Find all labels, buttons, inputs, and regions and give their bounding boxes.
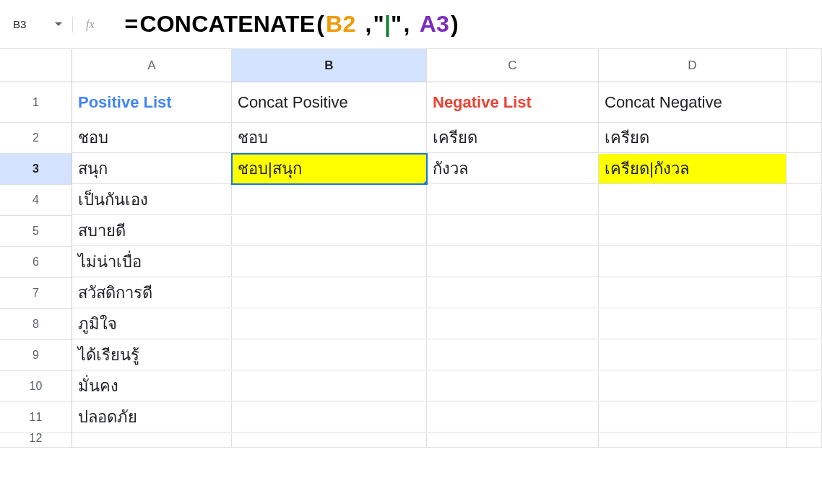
cell-a11[interactable]: ปลอดภัย — [72, 402, 232, 433]
chevron-down-icon[interactable] — [55, 22, 62, 26]
cell-c4[interactable] — [427, 185, 599, 215]
cell-d12[interactable] — [599, 433, 787, 448]
cell-c12[interactable] — [427, 433, 599, 448]
row-header[interactable]: 9 — [0, 340, 72, 371]
row-header[interactable]: 2 — [0, 123, 72, 154]
cell-a8[interactable]: ภูมิใจ — [72, 309, 232, 339]
cell-a12[interactable] — [72, 433, 232, 448]
cell-c1[interactable]: Negative List — [427, 82, 599, 123]
cell-c11[interactable] — [427, 402, 599, 433]
cell-a4[interactable]: เป็นกันเอง — [72, 185, 232, 215]
cell-e10[interactable] — [787, 371, 822, 401]
col-header-d[interactable]: D — [599, 49, 787, 82]
cell-c10[interactable] — [427, 371, 599, 401]
row-header[interactable]: 6 — [0, 247, 72, 278]
name-box-value: B3 — [13, 18, 26, 30]
cell-d4[interactable] — [599, 185, 787, 215]
cell-b3[interactable]: ชอบ|สนุก — [232, 154, 427, 184]
cell-b10[interactable] — [232, 371, 427, 401]
cell-d1[interactable]: Concat Negative — [599, 82, 787, 123]
cell-e11[interactable] — [787, 402, 822, 433]
cell-d8[interactable] — [599, 309, 787, 339]
cell-c5[interactable] — [427, 216, 599, 246]
col-header-b[interactable]: B — [232, 49, 427, 82]
cell-a3[interactable]: สนุก — [72, 154, 232, 184]
col-header-a[interactable]: A — [72, 49, 232, 82]
fx-icon[interactable]: fx — [79, 18, 98, 31]
cell-b9[interactable] — [232, 340, 427, 370]
cell-b1[interactable]: Concat Positive — [232, 82, 427, 123]
cell-b6[interactable] — [232, 247, 427, 277]
cell-a5[interactable]: สบายดี — [72, 216, 232, 246]
cell-c6[interactable] — [427, 247, 599, 277]
cell-e9[interactable] — [787, 340, 822, 370]
row-header[interactable]: 7 — [0, 278, 72, 309]
cell-e1[interactable] — [787, 82, 822, 123]
cell-e3[interactable] — [787, 154, 822, 184]
cell-d11[interactable] — [599, 402, 787, 433]
cell-d5[interactable] — [599, 216, 787, 246]
cell-e4[interactable] — [787, 185, 822, 215]
cell-e2[interactable] — [787, 123, 822, 153]
row-header[interactable]: 8 — [0, 309, 72, 340]
cell-e6[interactable] — [787, 247, 822, 277]
cell-b4[interactable] — [232, 185, 427, 215]
cell-d9[interactable] — [599, 340, 787, 370]
cell-a9[interactable]: ได้เรียนรู้ — [72, 340, 232, 370]
cell-b8[interactable] — [232, 309, 427, 339]
cell-b2[interactable]: ชอบ — [232, 123, 427, 153]
cell-d6[interactable] — [599, 247, 787, 277]
cell-d2[interactable]: เครียด — [599, 123, 787, 153]
row-header[interactable]: 1 — [0, 82, 72, 123]
cell-d3[interactable]: เครียด|กังวล — [599, 154, 787, 184]
cell-e7[interactable] — [787, 278, 822, 308]
row-header[interactable]: 11 — [0, 402, 72, 433]
cell-e12[interactable] — [787, 433, 822, 448]
cell-d7[interactable] — [599, 278, 787, 308]
cell-e5[interactable] — [787, 216, 822, 246]
cell-b5[interactable] — [232, 216, 427, 246]
row-header[interactable]: 4 — [0, 185, 72, 216]
formula-equals: = — [125, 11, 139, 38]
cell-a10[interactable]: มั่นคง — [72, 371, 232, 401]
formula-function: CONCATENATE — [139, 11, 315, 38]
row-header[interactable]: 12 — [0, 433, 72, 448]
cell-c9[interactable] — [427, 340, 599, 370]
select-all-corner[interactable] — [0, 49, 72, 82]
formula-ref-a3: A3 — [420, 11, 449, 38]
cell-b11[interactable] — [232, 402, 427, 433]
row-header[interactable]: 5 — [0, 216, 72, 247]
formula-paren-open: ( — [316, 11, 324, 38]
cell-b7[interactable] — [232, 278, 427, 308]
formula-ref-b2: B2 — [326, 11, 355, 38]
formula-paren-close: ) — [451, 11, 459, 38]
row-header[interactable]: 10 — [0, 371, 72, 402]
cell-a2[interactable]: ชอบ — [72, 123, 232, 153]
cell-c7[interactable] — [427, 278, 599, 308]
formula-comma: , — [365, 11, 371, 38]
formula-pipe-literal: "|" — [373, 11, 402, 38]
formula-bar: B3 fx =CONCATENATE(B2 ,"|", A3) — [0, 0, 822, 49]
divider — [72, 17, 73, 32]
col-header-c[interactable]: C — [427, 49, 599, 82]
col-header-e[interactable] — [787, 49, 822, 82]
cell-c2[interactable]: เครียด — [427, 123, 599, 153]
cell-a1[interactable]: Positive List — [72, 82, 232, 123]
cell-d10[interactable] — [599, 371, 787, 401]
spreadsheet-grid[interactable]: A B C D 1 Positive List Concat Positive … — [0, 49, 822, 448]
cell-a6[interactable]: ไม่น่าเบื่อ — [72, 247, 232, 277]
cell-c8[interactable] — [427, 309, 599, 339]
cell-e8[interactable] — [787, 309, 822, 339]
row-header[interactable]: 3 — [0, 154, 72, 185]
cell-a7[interactable]: สวัสดิการดี — [72, 278, 232, 308]
formula-comma: , — [403, 11, 410, 38]
cell-b12[interactable] — [232, 433, 427, 448]
name-box[interactable]: B3 — [6, 18, 66, 30]
formula-input[interactable]: =CONCATENATE(B2 ,"|", A3) — [125, 11, 459, 38]
cell-c3[interactable]: กังวล — [427, 154, 599, 184]
